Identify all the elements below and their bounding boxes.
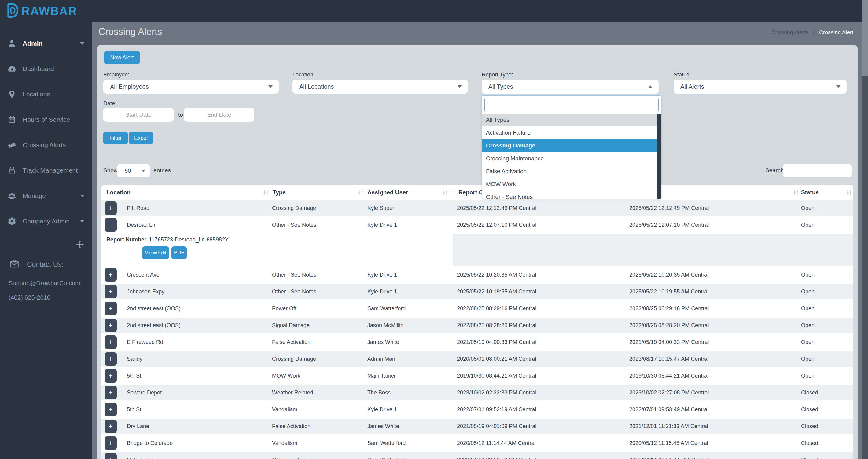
expand-row-button[interactable]: + xyxy=(104,319,117,332)
type-cell: Vandalism xyxy=(272,435,298,451)
brand-logo[interactable]: RAWBAR xyxy=(5,2,77,20)
status-cell: Closed xyxy=(801,402,818,417)
expand-row-button[interactable]: + xyxy=(104,302,117,315)
expand-row-button[interactable]: + xyxy=(104,436,117,450)
report-created-cell: 2022/08/25 08:28:20 PM Central xyxy=(457,318,536,333)
report-created-cell: 2022/07/01 09:52:19 AM Central xyxy=(457,402,536,417)
status-cell: Open xyxy=(801,351,814,367)
alerts-table: LocationTypeAssigned UserReport CreatedS… xyxy=(101,184,853,459)
sidebar-item-hours-of-service[interactable]: Hours of Service xyxy=(0,107,92,132)
move-icon[interactable] xyxy=(75,240,84,249)
assigned-user-cell: Kyle Drive 1 xyxy=(367,217,397,233)
end-date-input[interactable] xyxy=(184,108,254,122)
status-cell: Open xyxy=(801,318,814,333)
type-cell: Weather Related xyxy=(272,385,313,400)
drawbar-d-icon xyxy=(5,2,21,20)
table-row: +E Fireweed RdFalse ActivationJames Whit… xyxy=(101,335,853,350)
table-header-row: LocationTypeAssigned UserReport CreatedS… xyxy=(101,184,853,200)
assigned-user-cell: Kyle Super xyxy=(367,200,394,216)
expand-row-button[interactable]: + xyxy=(104,201,117,215)
ticket-icon xyxy=(7,140,17,150)
expand-row-button[interactable]: + xyxy=(104,420,117,433)
sidebar-item-track-management[interactable]: Track Management xyxy=(0,157,92,183)
table-row: +Bridge to ColoradoVandalismSam Watterfo… xyxy=(101,435,853,451)
location-cell: Desroad Ln xyxy=(127,217,155,233)
collapse-row-button[interactable]: − xyxy=(104,218,117,232)
excel-button[interactable]: Excel xyxy=(129,132,153,144)
sidebar-item-company-admin[interactable]: Company Admin xyxy=(0,208,92,234)
chevron-down-icon xyxy=(268,85,273,88)
assigned-user-cell: The Boss xyxy=(367,385,391,400)
status-cell: Open xyxy=(801,335,814,350)
breadcrumb: Crossing Alerts / Crossing Alert xyxy=(771,29,853,36)
page-size-select[interactable]: 50 xyxy=(117,164,150,177)
column-header-status[interactable]: Status xyxy=(801,184,819,200)
assigned-user-cell: Admin Man xyxy=(367,351,395,367)
updated-cell: 2023/10/02 02:27:08 PM Central xyxy=(629,385,709,400)
expand-row-button[interactable]: + xyxy=(104,268,117,282)
breadcrumb-parent-link[interactable]: Crossing Alerts xyxy=(771,29,808,35)
date-range-to-label: to xyxy=(178,111,183,118)
sidebar-item-label: Hours of Service xyxy=(23,116,70,123)
dropdown-option[interactable]: MOW Work xyxy=(482,178,661,191)
expand-row-button[interactable]: + xyxy=(104,285,117,298)
expand-row-button[interactable]: + xyxy=(104,403,117,416)
main-panel: New Alert Employee: Location: Report Typ… xyxy=(97,45,858,459)
page-scrollbar-thumb[interactable] xyxy=(862,77,868,459)
sidebar-item-locations[interactable]: Locations xyxy=(0,81,92,107)
caret-down-icon xyxy=(80,42,84,45)
chevron-up-icon xyxy=(648,85,653,88)
sort-icon xyxy=(442,190,448,195)
start-date-input[interactable] xyxy=(103,108,174,122)
sidebar-item-admin[interactable]: Admin xyxy=(0,31,92,56)
assigned-user-cell: Sam Watterford xyxy=(367,301,406,316)
dropdown-option[interactable]: Activation Failure xyxy=(482,126,661,139)
sidebar-item-dashboard[interactable]: Dashboard xyxy=(0,56,92,81)
sidebar: RAWBAR AdminDashboardLocationsHours of S… xyxy=(0,0,92,459)
expand-row-button[interactable]: + xyxy=(104,386,117,399)
expand-row-button[interactable]: + xyxy=(104,369,117,382)
expand-row-button[interactable]: + xyxy=(104,352,117,366)
column-header-assigned-user[interactable]: Assigned User xyxy=(367,184,408,200)
view-edit-button[interactable]: View/Edit xyxy=(142,246,169,259)
location-cell: 2nd street east (OOS) xyxy=(127,318,181,333)
expand-row-button[interactable]: + xyxy=(104,335,117,349)
expand-row-button[interactable]: + xyxy=(104,453,117,459)
type-cell: Signal Damage xyxy=(272,318,310,333)
dropdown-option[interactable]: False Activation xyxy=(482,165,661,178)
dropdown-search-input[interactable] xyxy=(485,97,659,112)
filter-button[interactable]: Filter xyxy=(103,132,128,144)
column-header-location[interactable]: Location xyxy=(106,184,130,200)
sidebar-item-label: Dashboard xyxy=(23,65,54,73)
type-cell: Vandalism xyxy=(272,402,298,417)
employee-select[interactable]: All Employees xyxy=(103,80,279,94)
sidebar-item-manage[interactable]: Manage xyxy=(0,183,92,208)
column-header-type[interactable]: Type xyxy=(273,184,286,200)
chevron-down-icon xyxy=(141,170,146,172)
report-type-select[interactable]: All Types xyxy=(482,80,659,94)
user-icon xyxy=(7,39,17,48)
sidebar-item-crossing-alerts[interactable]: Crossing Alerts xyxy=(0,132,92,157)
sidebar-item-label: Crossing Alerts xyxy=(23,141,66,149)
dropdown-scrollbar[interactable] xyxy=(656,114,661,199)
dropdown-option[interactable]: Other - See Notes xyxy=(482,191,661,199)
updated-cell: 2025/05/22 12:12:49 PM Central xyxy=(629,200,709,216)
pdf-button[interactable]: PDF xyxy=(172,246,187,259)
status-cell: Open xyxy=(801,217,814,233)
report-number-label: Report Number xyxy=(106,236,146,243)
updated-cell: 2019/10/30 08:44:21 AM Central xyxy=(629,368,709,383)
dropdown-option[interactable]: Crossing Damage xyxy=(482,139,661,152)
table-search-input[interactable] xyxy=(783,164,852,177)
page-scrollbar-track xyxy=(862,0,868,459)
dropdown-option[interactable]: All Types xyxy=(482,114,661,126)
new-alert-button[interactable]: New Alert xyxy=(104,51,140,64)
status-select[interactable]: All Alerts xyxy=(674,80,847,94)
dropdown-option[interactable]: Crossing Maintenance xyxy=(482,152,661,165)
table-row: +Hale JunctionCrossing DamageSam Watterf… xyxy=(101,452,853,459)
location-select[interactable]: All Locations xyxy=(292,80,468,94)
table-row: +Seward DepotWeather RelatedThe Boss2023… xyxy=(101,385,853,400)
table-row: +Dry LaneFalse ActivationJames White2021… xyxy=(101,419,853,434)
table-body: +Pitt RoadCrossing DamageKyle Super2025/… xyxy=(101,200,853,459)
updated-cell: 2020/05/12 11:15:45 AM Central xyxy=(629,435,708,451)
status-filter-label: Status: xyxy=(674,71,691,78)
